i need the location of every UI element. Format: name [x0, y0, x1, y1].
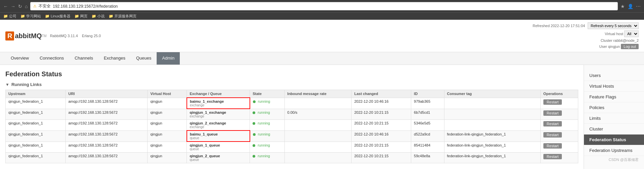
bookmark-company[interactable]: 公司 — [3, 14, 16, 19]
cell-id: 6b7d5cd1 — [411, 109, 444, 120]
cell-consumer-tag: federation-link-qingjun_federation_1 — [444, 142, 540, 153]
nav-overview[interactable]: Overview — [5, 52, 34, 65]
eq-name: baimu_1_exchange — [190, 99, 247, 103]
cell-state: running — [250, 130, 284, 142]
rabbitmq-version: RabbitMQ 3.11.4 — [50, 34, 78, 38]
security-label: 不安全 — [39, 3, 51, 9]
sidebar-item-federation-upstreams[interactable]: Federation Upstreams — [584, 145, 644, 156]
nav-channels[interactable]: Channels — [69, 52, 98, 65]
page-title: Federation Status — [5, 70, 578, 78]
cell-uri: amqp://192.168.130.128:5672 — [65, 109, 147, 120]
cell-exchange-queue: qingjun_1_exchange exchange — [187, 109, 250, 120]
sidebar-item-feature-flags[interactable]: Feature Flags — [584, 92, 644, 102]
federation-table: Upstream URI Virtual Host Exchange / Que… — [5, 90, 578, 163]
restart-button[interactable]: Restart — [543, 121, 562, 126]
restart-button[interactable]: Restart — [543, 154, 562, 159]
col-upstream: Upstream — [6, 90, 66, 98]
col-id: ID — [411, 90, 444, 98]
bookmark-novel[interactable]: 小说 — [92, 14, 105, 19]
cell-vhost: qingjun — [148, 142, 187, 153]
nav-bar: Overview Connections Channels Exchanges … — [0, 52, 644, 65]
profile-icon: 👤 — [628, 4, 633, 9]
col-exchange-queue: Exchange / Queue — [187, 90, 250, 98]
cluster-row: Cluster rabbit@node_2 — [533, 38, 639, 42]
bookmark-web[interactable]: 网页 — [74, 14, 88, 19]
section-toggle-icon[interactable]: ▼ — [5, 82, 9, 87]
col-consumer-tag: Consumer tag — [444, 90, 540, 98]
cell-id: 59c48e8a — [411, 153, 444, 163]
vh-row: Virtual host All — [533, 30, 639, 37]
sidebar-item-federation-status[interactable]: Federation Status — [584, 135, 644, 145]
logout-button[interactable]: Log out — [621, 44, 639, 49]
refresh-button[interactable]: ↻ — [18, 4, 22, 9]
nav-connections[interactable]: Connections — [34, 52, 69, 65]
user-row: User qingjun Log out — [533, 44, 639, 49]
cell-uri: amqp://192.168.130.128:5672 — [65, 130, 147, 142]
restart-button[interactable]: Restart — [543, 143, 562, 149]
eq-name: qingjun_1_queue — [190, 143, 247, 147]
cell-state: running — [250, 153, 284, 163]
restart-button[interactable]: Restart — [543, 110, 562, 116]
sidebar-item-cluster[interactable]: Cluster — [584, 124, 644, 135]
cell-last-changed: 2022-12-20 10:46:16 — [352, 98, 411, 109]
cell-state: running — [250, 120, 284, 131]
cell-upstream: qingjun_federation_1 — [6, 130, 66, 142]
cell-inbound — [284, 120, 352, 131]
address-bar[interactable]: ⚠ 不安全 192.168.130.129:15672/#/federation — [30, 2, 618, 10]
logo-r-icon: R — [5, 31, 14, 40]
user-label: User — [599, 45, 607, 49]
cell-inbound — [284, 142, 352, 153]
sidebar: Users Virtual Hosts Feature Flags Polici… — [584, 65, 644, 169]
table-row: qingjun_federation_1 amqp://192.168.130.… — [6, 153, 578, 163]
state-value: running — [258, 143, 270, 147]
virtualhost-select[interactable]: All — [624, 30, 639, 37]
cell-upstream: qingjun_federation_1 — [6, 98, 66, 109]
table-row: qingjun_federation_1 amqp://192.168.130.… — [6, 130, 578, 142]
cell-last-changed: 2022-12-20 10:21:15 — [352, 153, 411, 163]
eq-type: exchange — [190, 125, 247, 129]
col-state: State — [250, 90, 284, 98]
cell-state: running — [250, 142, 284, 153]
sidebar-item-policies[interactable]: Policies — [584, 102, 644, 113]
nav-queues[interactable]: Queues — [131, 52, 157, 65]
cell-uri: amqp://192.168.130.128:5672 — [65, 120, 147, 131]
state-value: running — [258, 99, 270, 103]
nav-admin[interactable]: Admin — [157, 52, 180, 65]
cell-vhost: qingjun — [148, 130, 187, 142]
eq-name: qingjun_1_exchange — [190, 110, 247, 114]
bookmark-study[interactable]: 学习网站 — [20, 14, 41, 19]
cell-uri: amqp://192.168.130.128:5672 — [65, 142, 147, 153]
bookmark-opensource[interactable]: 开源服务网页 — [109, 14, 137, 19]
status-dot-icon — [253, 100, 256, 103]
cell-last-changed: 2022-12-20 10:21:15 — [352, 120, 411, 131]
nav-exchanges[interactable]: Exchanges — [98, 52, 130, 65]
cell-last-changed: 2022-12-20 10:46:16 — [352, 130, 411, 142]
bookmark-linux[interactable]: Linux服务器 — [45, 14, 70, 19]
cell-consumer-tag: federation-link-qingjun_federation_1 — [444, 130, 540, 142]
logo-tm: TM — [42, 34, 46, 38]
home-button[interactable]: ⌂ — [25, 4, 28, 9]
status-dot-icon — [253, 122, 255, 125]
version-info: RabbitMQ 3.11.4 Erlang 25.0 — [50, 34, 101, 38]
state-value: running — [258, 110, 270, 114]
restart-button[interactable]: Restart — [543, 99, 562, 105]
col-vhost: Virtual Host — [148, 90, 187, 98]
cell-upstream: qingjun_federation_1 — [6, 120, 66, 131]
state-value: running — [258, 154, 270, 158]
cell-inbound — [284, 98, 352, 109]
restart-button[interactable]: Restart — [543, 132, 562, 138]
cell-consumer-tag — [444, 120, 540, 131]
cell-uri: amqp://192.168.130.128:5672 — [65, 98, 147, 109]
cell-id: 5346e5d5 — [411, 120, 444, 131]
status-dot-icon — [253, 111, 255, 114]
sidebar-item-users[interactable]: Users — [584, 70, 644, 81]
sidebar-item-virtual-hosts[interactable]: Virtual Hosts — [584, 81, 644, 92]
forward-button[interactable]: → — [11, 4, 15, 9]
back-button[interactable]: ← — [3, 4, 8, 9]
cell-consumer-tag: federation-link-qingjun_federation_1 — [444, 153, 540, 163]
sidebar-item-limits[interactable]: Limits — [584, 113, 644, 124]
cluster-value: rabbit@node_2 — [613, 38, 639, 42]
cell-exchange-queue: qingjun_2_queue queue — [187, 153, 250, 163]
cell-last-changed: 2022-12-20 10:21:15 — [352, 109, 411, 120]
refresh-select[interactable]: Refresh every 5 seconds — [588, 22, 639, 29]
